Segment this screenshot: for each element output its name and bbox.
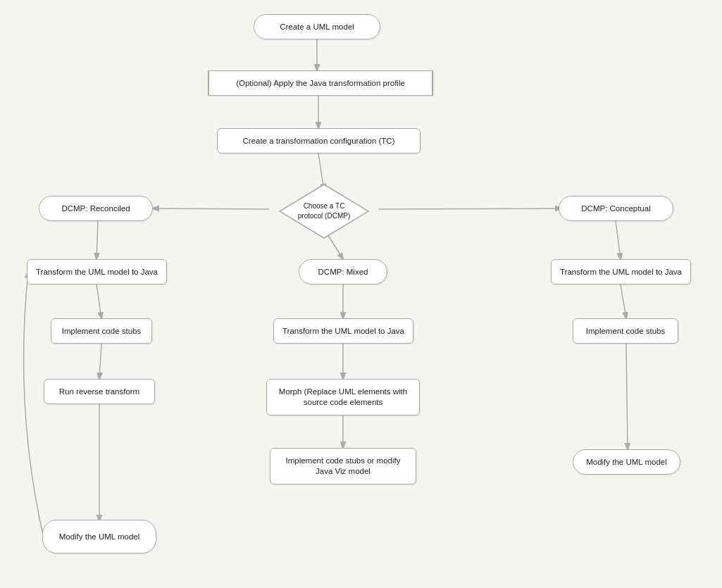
node-transform-left: Transform the UML model to Java (27, 259, 167, 284)
node-dcmp-conceptual: DCMP: Conceptual (559, 196, 673, 221)
node-transform-right: Transform the UML model to Java (551, 259, 691, 284)
flowchart: Create a UML model (Optional) Apply the … (0, 0, 722, 588)
node-modify-uml-right: Modify the UML model (573, 449, 680, 475)
node-optional-java: (Optional) Apply the Java transformation… (208, 70, 433, 96)
node-create-tc: Create a transformation configuration (T… (217, 128, 421, 154)
svg-marker-16 (280, 184, 368, 238)
node-morph-center: Morph (Replace UML elements with source … (266, 379, 420, 415)
node-implement-left: Implement code stubs (51, 318, 152, 344)
node-create-uml: Create a UML model (254, 14, 380, 39)
node-choose-tc: Choose a TC protocol (DCMP) (278, 183, 370, 239)
svg-text:Choose a TC: Choose a TC (304, 202, 345, 210)
svg-line-8 (99, 344, 101, 379)
node-dcmp-reconciled: DCMP: Reconciled (39, 196, 153, 221)
svg-line-15 (626, 344, 628, 449)
svg-line-14 (621, 284, 626, 318)
svg-line-6 (97, 221, 98, 259)
svg-line-7 (97, 284, 101, 318)
svg-line-3 (153, 208, 269, 209)
svg-text:protocol (DCMP): protocol (DCMP) (298, 212, 350, 220)
node-run-reverse: Run reverse transform (44, 379, 155, 404)
svg-line-13 (616, 221, 621, 259)
node-implement-center: Implement code stubs or modify Java Viz … (270, 448, 416, 484)
node-dcmp-mixed: DCMP: Mixed (299, 259, 387, 284)
svg-line-4 (378, 208, 561, 209)
node-implement-right: Implement code stubs (573, 318, 678, 344)
node-modify-uml-left: Modify the UML model (42, 520, 156, 553)
node-transform-center: Transform the UML model to Java (273, 318, 413, 344)
